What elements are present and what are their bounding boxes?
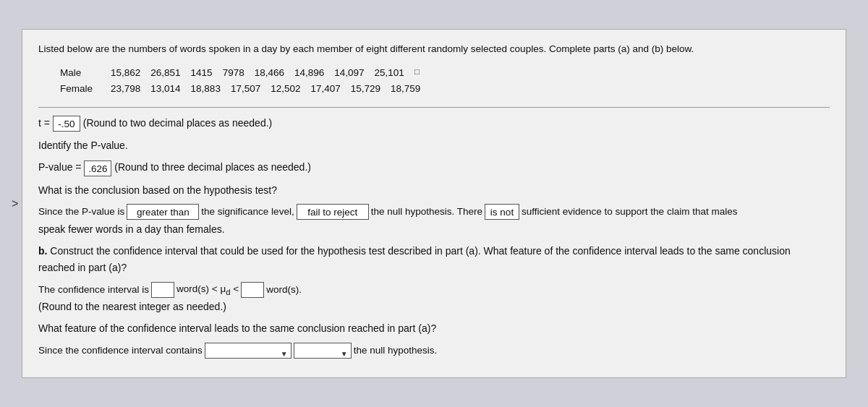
pvalue-value-section: P-value = .626 (Round to three decimal p…: [38, 159, 830, 176]
female-val-5: 12,502: [271, 81, 300, 97]
male-val-1: 15,862: [111, 65, 140, 81]
female-val-7: 15,729: [351, 81, 380, 97]
female-values: 23,798 13,014 18,883 17,507 12,502 17,40…: [111, 81, 420, 97]
left-arrow-icon: >: [12, 197, 18, 210]
confidence-note-text: (Round to the nearest integer as needed.…: [38, 301, 226, 312]
part-b-section: b. Construct the confidence interval tha…: [38, 243, 830, 275]
copy-icon[interactable]: □: [414, 65, 420, 81]
identify-pvalue-label: Identify the P-value.: [38, 140, 128, 151]
pvalue-eq-label: P-value =: [38, 161, 82, 173]
confidence-note-line: (Round to the nearest integer as needed.…: [38, 299, 830, 314]
male-values: 15,862 26,851 1415 7978 18,466 14,896 14…: [111, 65, 420, 81]
confidence-box-1[interactable]: [151, 282, 174, 298]
intro-text: Listed below are the numbers of words sp…: [38, 43, 830, 56]
female-val-1: 23,798: [111, 81, 140, 97]
pvalue-section: Identify the P-value.: [38, 137, 830, 153]
pvalue-note: (Round to three decimal places as needed…: [114, 161, 311, 173]
conclusion-line2-text: speak fewer words in a day than females.: [38, 223, 225, 235]
confidence-interval-section: The confidence interval is word(s) < μd …: [38, 281, 830, 314]
male-val-7: 14,097: [334, 65, 364, 81]
female-row: Female 23,798 13,014 18,883 17,507 12,50…: [60, 81, 830, 97]
since-dropdown-2[interactable]: [294, 343, 352, 359]
male-val-4: 7978: [223, 65, 244, 81]
male-label: Male: [60, 65, 111, 81]
male-val-2: 26,851: [150, 65, 180, 81]
male-val-6: 14,896: [294, 65, 324, 81]
t-label: t =: [38, 117, 50, 129]
female-label: Female: [60, 81, 111, 97]
male-val-3: 1415: [191, 65, 213, 81]
since-end-text: the null hypothesis.: [354, 343, 438, 359]
conclusion-middle: the significance level,: [201, 204, 294, 220]
since-dropdown-1[interactable]: [205, 343, 292, 359]
conclusion-line-1: Since the P-value is greater than the si…: [38, 204, 830, 220]
confidence-end-text: word(s).: [266, 282, 302, 298]
t-value-box[interactable]: -.50: [53, 116, 80, 132]
conclusion-tail: sufficient evidence to support the claim…: [522, 204, 737, 220]
female-val-2: 13,014: [150, 81, 180, 97]
conclusion-box-fail-reject[interactable]: fail to reject: [297, 204, 369, 220]
since-label-text: Since the confidence interval contains: [38, 343, 203, 359]
confidence-box-2[interactable]: [241, 282, 264, 298]
conclusion-end: the null hypothesis. There: [371, 204, 482, 220]
confidence-label: The confidence interval is: [38, 282, 149, 298]
feature-question-section: What feature of the confidence interval …: [38, 320, 830, 336]
since-section: Since the confidence interval contains t…: [38, 343, 830, 359]
female-val-8: 18,759: [391, 81, 420, 97]
conclusion-question-text: What is the conclusion based on the hypo…: [38, 184, 277, 196]
divider-1: [38, 107, 830, 108]
conclusion-box-is-not[interactable]: is not: [485, 204, 519, 220]
main-panel: Listed below are the numbers of words sp…: [22, 29, 846, 377]
female-val-4: 17,507: [231, 81, 260, 97]
data-table: Male 15,862 26,851 1415 7978 18,466 14,8…: [60, 65, 830, 96]
conclusion-line-2: speak fewer words in a day than females.: [38, 221, 830, 237]
male-row: Male 15,862 26,851 1415 7978 18,466 14,8…: [60, 65, 830, 81]
confidence-line: The confidence interval is word(s) < μd …: [38, 281, 830, 299]
conclusion-question-section: What is the conclusion based on the hypo…: [38, 182, 830, 198]
pvalue-value-box[interactable]: .626: [84, 160, 111, 176]
conclusion-section: Since the P-value is greater than the si…: [38, 204, 830, 237]
conclusion-prefix: Since the P-value is: [38, 204, 124, 220]
part-b-label: b.: [38, 245, 47, 257]
t-section: t = -.50 (Round to two decimal places as…: [38, 115, 830, 132]
female-val-6: 17,407: [310, 81, 340, 97]
confidence-middle-text: word(s) < μd <: [176, 281, 239, 299]
t-note: (Round to two decimal places as needed.): [83, 117, 272, 129]
male-val-8: 25,101: [375, 65, 404, 81]
feature-question-text: What feature of the confidence interval …: [38, 322, 436, 334]
conclusion-box-greater-than[interactable]: greater than: [127, 204, 199, 220]
since-line: Since the confidence interval contains t…: [38, 343, 830, 359]
part-b-text: Construct the confidence interval that c…: [38, 245, 791, 273]
male-val-5: 18,466: [255, 65, 284, 81]
female-val-3: 18,883: [191, 81, 221, 97]
